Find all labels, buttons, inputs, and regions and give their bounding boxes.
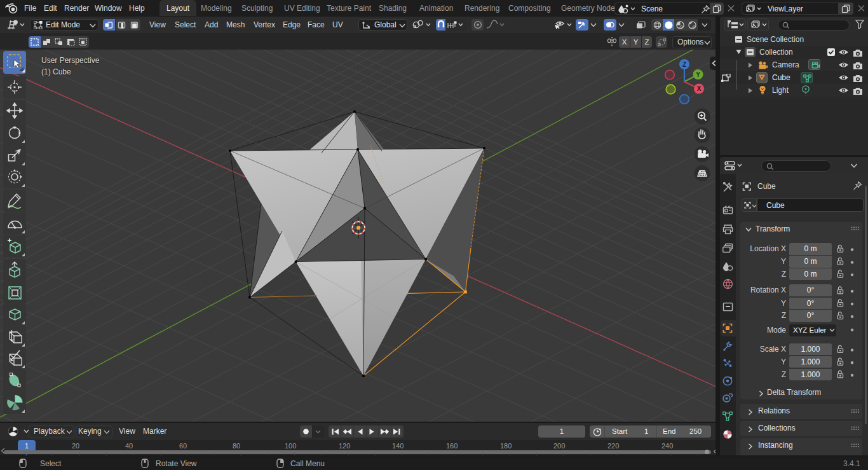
- svg-text:Z: Z: [682, 61, 686, 68]
- svg-text:X: X: [697, 85, 702, 92]
- svg-text:Y: Y: [696, 71, 700, 78]
